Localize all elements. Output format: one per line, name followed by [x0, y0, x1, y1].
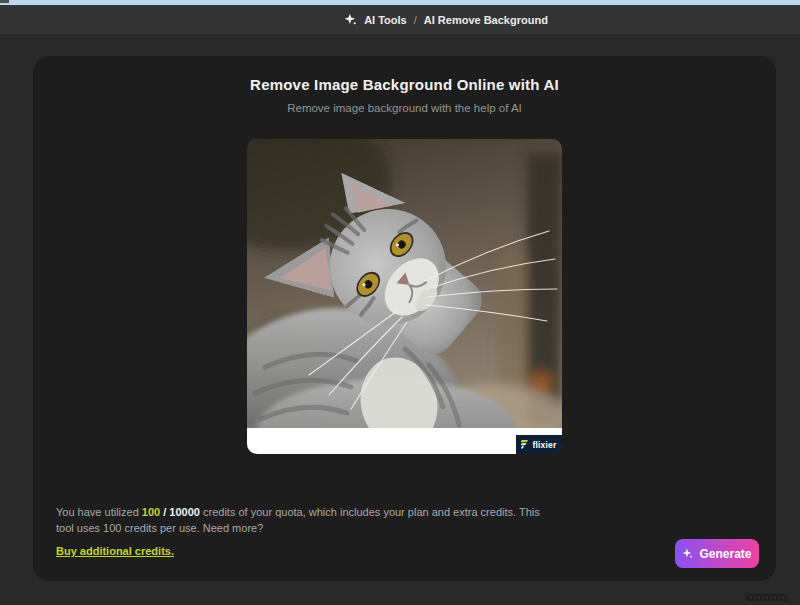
page-title: Remove Image Background Online with AI [33, 76, 776, 93]
cat-photo [247, 139, 562, 428]
top-navigation-bar: AI Tools / AI Remove Background [0, 5, 800, 34]
credits-separator: / [160, 506, 169, 518]
ai-sparkle-icon [344, 13, 357, 26]
generate-button[interactable]: Generate [675, 539, 759, 568]
breadcrumb-section-ai-tools[interactable]: AI Tools [364, 14, 407, 26]
brand-watermark: flixier [516, 435, 562, 454]
credits-total-count: 10000 [169, 506, 200, 518]
flixier-logo-icon [521, 440, 529, 449]
breadcrumb: AI Tools / AI Remove Background [344, 13, 548, 26]
breadcrumb-separator: / [414, 14, 417, 26]
generate-button-label: Generate [699, 547, 751, 561]
credits-prefix: You have utilized [56, 506, 142, 518]
buy-credits-link[interactable]: Buy additional credits. [56, 544, 174, 560]
corner-watermark [746, 594, 788, 601]
top-corner-artifact [0, 0, 9, 3]
page-subtitle: Remove image background with the help of… [33, 102, 776, 114]
breadcrumb-current-page: AI Remove Background [424, 14, 548, 26]
credits-text: You have utilized 100 / 10000 credits of… [56, 505, 556, 537]
credits-notice: You have utilized 100 / 10000 credits of… [56, 505, 556, 560]
preview-bottom-strip: flixier [247, 428, 562, 454]
tool-card: Remove Image Background Online with AI R… [33, 56, 776, 581]
sparkle-icon [682, 548, 693, 559]
image-preview[interactable]: flixier [247, 139, 562, 454]
credits-used-count: 100 [142, 506, 160, 518]
brand-name: flixier [532, 440, 556, 450]
